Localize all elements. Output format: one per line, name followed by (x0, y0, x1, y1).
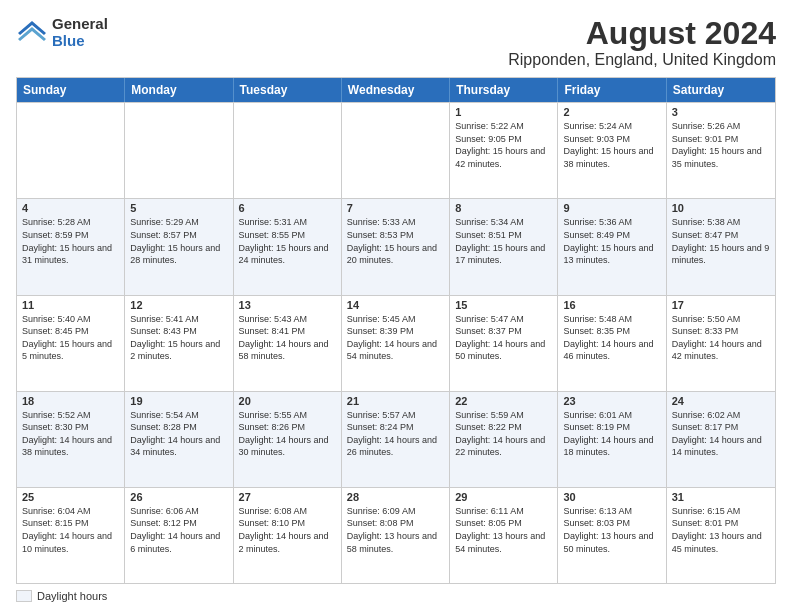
day-number: 29 (455, 491, 552, 503)
day-info: Sunrise: 5:57 AM Sunset: 8:24 PM Dayligh… (347, 409, 444, 459)
legend: Daylight hours (16, 590, 776, 602)
day-number: 1 (455, 106, 552, 118)
day-number: 10 (672, 202, 770, 214)
calendar-cell: 10Sunrise: 5:38 AM Sunset: 8:47 PM Dayli… (667, 199, 775, 294)
day-info: Sunrise: 5:43 AM Sunset: 8:41 PM Dayligh… (239, 313, 336, 363)
day-info: Sunrise: 5:28 AM Sunset: 8:59 PM Dayligh… (22, 216, 119, 266)
day-number: 2 (563, 106, 660, 118)
day-info: Sunrise: 5:29 AM Sunset: 8:57 PM Dayligh… (130, 216, 227, 266)
day-info: Sunrise: 5:24 AM Sunset: 9:03 PM Dayligh… (563, 120, 660, 170)
calendar-cell: 5Sunrise: 5:29 AM Sunset: 8:57 PM Daylig… (125, 199, 233, 294)
calendar-cell (125, 103, 233, 198)
day-number: 28 (347, 491, 444, 503)
day-info: Sunrise: 5:54 AM Sunset: 8:28 PM Dayligh… (130, 409, 227, 459)
day-info: Sunrise: 6:06 AM Sunset: 8:12 PM Dayligh… (130, 505, 227, 555)
month-title: August 2024 (508, 16, 776, 51)
day-info: Sunrise: 5:55 AM Sunset: 8:26 PM Dayligh… (239, 409, 336, 459)
location-title: Ripponden, England, United Kingdom (508, 51, 776, 69)
calendar-cell: 9Sunrise: 5:36 AM Sunset: 8:49 PM Daylig… (558, 199, 666, 294)
calendar-cell: 23Sunrise: 6:01 AM Sunset: 8:19 PM Dayli… (558, 392, 666, 487)
day-number: 15 (455, 299, 552, 311)
day-info: Sunrise: 6:11 AM Sunset: 8:05 PM Dayligh… (455, 505, 552, 555)
day-info: Sunrise: 5:59 AM Sunset: 8:22 PM Dayligh… (455, 409, 552, 459)
logo-text: General Blue (52, 16, 108, 49)
day-number: 27 (239, 491, 336, 503)
day-info: Sunrise: 6:04 AM Sunset: 8:15 PM Dayligh… (22, 505, 119, 555)
calendar-header-row: SundayMondayTuesdayWednesdayThursdayFrid… (17, 78, 775, 102)
calendar-cell: 7Sunrise: 5:33 AM Sunset: 8:53 PM Daylig… (342, 199, 450, 294)
day-number: 25 (22, 491, 119, 503)
calendar-row: 11Sunrise: 5:40 AM Sunset: 8:45 PM Dayli… (17, 295, 775, 391)
calendar-cell (17, 103, 125, 198)
calendar-cell: 22Sunrise: 5:59 AM Sunset: 8:22 PM Dayli… (450, 392, 558, 487)
day-info: Sunrise: 5:48 AM Sunset: 8:35 PM Dayligh… (563, 313, 660, 363)
calendar-body: 1Sunrise: 5:22 AM Sunset: 9:05 PM Daylig… (17, 102, 775, 583)
day-info: Sunrise: 5:36 AM Sunset: 8:49 PM Dayligh… (563, 216, 660, 266)
calendar-cell: 1Sunrise: 5:22 AM Sunset: 9:05 PM Daylig… (450, 103, 558, 198)
day-info: Sunrise: 5:33 AM Sunset: 8:53 PM Dayligh… (347, 216, 444, 266)
day-number: 24 (672, 395, 770, 407)
day-info: Sunrise: 6:13 AM Sunset: 8:03 PM Dayligh… (563, 505, 660, 555)
day-info: Sunrise: 5:26 AM Sunset: 9:01 PM Dayligh… (672, 120, 770, 170)
calendar-cell: 28Sunrise: 6:09 AM Sunset: 8:08 PM Dayli… (342, 488, 450, 583)
calendar-cell (342, 103, 450, 198)
day-info: Sunrise: 6:02 AM Sunset: 8:17 PM Dayligh… (672, 409, 770, 459)
day-info: Sunrise: 5:41 AM Sunset: 8:43 PM Dayligh… (130, 313, 227, 363)
day-info: Sunrise: 5:50 AM Sunset: 8:33 PM Dayligh… (672, 313, 770, 363)
calendar-cell: 26Sunrise: 6:06 AM Sunset: 8:12 PM Dayli… (125, 488, 233, 583)
svg-marker-1 (18, 27, 46, 41)
day-number: 31 (672, 491, 770, 503)
cal-header-cell: Wednesday (342, 78, 450, 102)
calendar-cell: 25Sunrise: 6:04 AM Sunset: 8:15 PM Dayli… (17, 488, 125, 583)
cal-header-cell: Sunday (17, 78, 125, 102)
day-number: 16 (563, 299, 660, 311)
legend-box (16, 590, 32, 602)
day-info: Sunrise: 5:34 AM Sunset: 8:51 PM Dayligh… (455, 216, 552, 266)
day-number: 14 (347, 299, 444, 311)
calendar-cell: 12Sunrise: 5:41 AM Sunset: 8:43 PM Dayli… (125, 296, 233, 391)
header: General Blue August 2024 Ripponden, Engl… (16, 16, 776, 69)
day-info: Sunrise: 5:52 AM Sunset: 8:30 PM Dayligh… (22, 409, 119, 459)
logo-blue: Blue (52, 33, 108, 50)
day-number: 26 (130, 491, 227, 503)
day-number: 19 (130, 395, 227, 407)
logo-icon (16, 19, 48, 47)
calendar-cell: 13Sunrise: 5:43 AM Sunset: 8:41 PM Dayli… (234, 296, 342, 391)
day-number: 8 (455, 202, 552, 214)
title-block: August 2024 Ripponden, England, United K… (508, 16, 776, 69)
day-info: Sunrise: 6:08 AM Sunset: 8:10 PM Dayligh… (239, 505, 336, 555)
cal-header-cell: Thursday (450, 78, 558, 102)
day-number: 23 (563, 395, 660, 407)
day-number: 18 (22, 395, 119, 407)
calendar-row: 4Sunrise: 5:28 AM Sunset: 8:59 PM Daylig… (17, 198, 775, 294)
day-info: Sunrise: 5:31 AM Sunset: 8:55 PM Dayligh… (239, 216, 336, 266)
day-number: 20 (239, 395, 336, 407)
calendar-cell: 18Sunrise: 5:52 AM Sunset: 8:30 PM Dayli… (17, 392, 125, 487)
calendar-cell: 2Sunrise: 5:24 AM Sunset: 9:03 PM Daylig… (558, 103, 666, 198)
day-number: 3 (672, 106, 770, 118)
calendar-cell: 14Sunrise: 5:45 AM Sunset: 8:39 PM Dayli… (342, 296, 450, 391)
calendar-cell: 27Sunrise: 6:08 AM Sunset: 8:10 PM Dayli… (234, 488, 342, 583)
calendar-cell: 30Sunrise: 6:13 AM Sunset: 8:03 PM Dayli… (558, 488, 666, 583)
day-number: 7 (347, 202, 444, 214)
day-info: Sunrise: 6:15 AM Sunset: 8:01 PM Dayligh… (672, 505, 770, 555)
day-number: 9 (563, 202, 660, 214)
logo-general: General (52, 16, 108, 33)
calendar: SundayMondayTuesdayWednesdayThursdayFrid… (16, 77, 776, 584)
calendar-cell: 31Sunrise: 6:15 AM Sunset: 8:01 PM Dayli… (667, 488, 775, 583)
day-info: Sunrise: 5:45 AM Sunset: 8:39 PM Dayligh… (347, 313, 444, 363)
calendar-row: 1Sunrise: 5:22 AM Sunset: 9:05 PM Daylig… (17, 102, 775, 198)
day-number: 30 (563, 491, 660, 503)
calendar-cell: 6Sunrise: 5:31 AM Sunset: 8:55 PM Daylig… (234, 199, 342, 294)
cal-header-cell: Saturday (667, 78, 775, 102)
calendar-cell: 8Sunrise: 5:34 AM Sunset: 8:51 PM Daylig… (450, 199, 558, 294)
cal-header-cell: Monday (125, 78, 233, 102)
day-number: 22 (455, 395, 552, 407)
cal-header-cell: Tuesday (234, 78, 342, 102)
day-number: 21 (347, 395, 444, 407)
day-info: Sunrise: 5:40 AM Sunset: 8:45 PM Dayligh… (22, 313, 119, 363)
day-info: Sunrise: 5:38 AM Sunset: 8:47 PM Dayligh… (672, 216, 770, 266)
calendar-cell: 4Sunrise: 5:28 AM Sunset: 8:59 PM Daylig… (17, 199, 125, 294)
calendar-cell: 11Sunrise: 5:40 AM Sunset: 8:45 PM Dayli… (17, 296, 125, 391)
legend-label: Daylight hours (37, 590, 107, 602)
